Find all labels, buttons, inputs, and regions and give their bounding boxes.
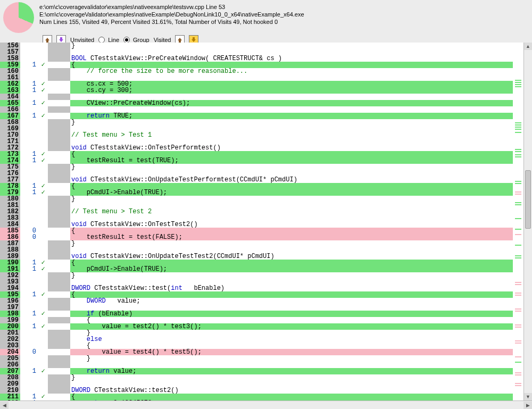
strip-seg bbox=[515, 362, 521, 363]
code-row[interactable]: 1791✓ pCmdUI->Enable(TRUE); bbox=[0, 189, 513, 196]
gutter bbox=[48, 279, 70, 285]
horizontal-scrollbar[interactable]: ◀ ▶ bbox=[0, 400, 532, 409]
visit-count bbox=[20, 374, 38, 381]
gutter bbox=[48, 221, 70, 228]
code-row[interactable]: 1651✓ CView::PreCreateWindow(cs); bbox=[0, 100, 513, 106]
gutter bbox=[48, 349, 70, 355]
check-icon bbox=[38, 234, 48, 240]
check-icon bbox=[38, 228, 48, 234]
visit-count bbox=[20, 355, 38, 362]
code-lines[interactable]: 156}157158BOOL CTeststakView::PreCreateW… bbox=[0, 43, 513, 400]
code-text: } bbox=[70, 196, 513, 202]
gutter bbox=[48, 87, 70, 94]
code-row[interactable]: 1860 testResult = test(FALSE); bbox=[0, 234, 513, 240]
strip-seg bbox=[515, 151, 521, 152]
strip-seg bbox=[515, 229, 521, 230]
gutter bbox=[48, 298, 70, 304]
visit-count bbox=[20, 381, 38, 387]
code-row[interactable]: 2071✓ return value; bbox=[0, 368, 513, 374]
code-text: value = test4() * test5(); bbox=[70, 349, 513, 355]
gutter bbox=[48, 362, 70, 368]
scroll-left-icon[interactable]: ◀ bbox=[0, 402, 9, 409]
strip-seg bbox=[515, 356, 521, 357]
check-icon bbox=[38, 381, 48, 387]
code-row[interactable]: 196 DWORD value; bbox=[0, 298, 513, 304]
code-row[interactable]: 172void CTeststakView::OnTestPerformtest… bbox=[0, 145, 513, 151]
code-row[interactable]: 177void CTeststakView::OnUpdateTestPerfo… bbox=[0, 177, 513, 183]
code-row[interactable]: 160 // force the size to be more reasona… bbox=[0, 68, 513, 74]
gutter bbox=[48, 247, 70, 253]
strip-seg bbox=[515, 383, 521, 384]
gutter bbox=[48, 343, 70, 349]
code-text: DWORD value; bbox=[70, 298, 513, 304]
code-text bbox=[70, 304, 513, 311]
gutter bbox=[48, 196, 70, 202]
check-icon bbox=[38, 336, 48, 343]
check-icon bbox=[38, 164, 48, 170]
strip-seg bbox=[515, 218, 521, 219]
coverage-strip[interactable] bbox=[513, 43, 523, 400]
scroll-right-icon[interactable]: ▶ bbox=[523, 402, 532, 409]
vertical-scrollbar[interactable]: ▲ ▼ bbox=[523, 43, 532, 400]
visit-count bbox=[20, 196, 38, 202]
code-row[interactable]: 170// Test menu > Test 1 bbox=[0, 132, 513, 138]
code-text: } bbox=[70, 355, 513, 362]
check-icon: ✓ bbox=[38, 87, 48, 94]
code-row[interactable]: 210DWORD CTeststakView::test2() bbox=[0, 387, 513, 394]
gutter bbox=[48, 43, 70, 49]
visit-count bbox=[20, 68, 38, 74]
code-row[interactable]: 180} bbox=[0, 196, 513, 202]
gutter bbox=[48, 183, 70, 189]
strip-seg bbox=[515, 282, 521, 283]
code-row[interactable]: 156} bbox=[0, 43, 513, 49]
code-row[interactable]: 175} bbox=[0, 164, 513, 170]
code-row[interactable]: 1631✓ cs.cy = 300; bbox=[0, 87, 513, 94]
check-icon bbox=[38, 298, 48, 304]
code-text: } bbox=[70, 374, 513, 381]
check-icon bbox=[38, 355, 48, 362]
code-row[interactable]: 208} bbox=[0, 374, 513, 381]
strip-seg bbox=[515, 204, 521, 205]
gutter bbox=[48, 387, 70, 394]
code-row[interactable]: 1671✓ return TRUE; bbox=[0, 113, 513, 119]
check-icon bbox=[38, 68, 48, 74]
code-row[interactable]: 187} bbox=[0, 240, 513, 247]
code-row[interactable]: 1741✓ testResult = test(TRUE); bbox=[0, 157, 513, 164]
code-row[interactable]: 184void CTeststakView::OnTestTest2() bbox=[0, 221, 513, 228]
visit-count: 1 bbox=[20, 157, 38, 164]
visit-count bbox=[20, 126, 38, 132]
code-row[interactable]: 1911✓ pCmdUI->Enable(TRUE); bbox=[0, 266, 513, 272]
check-icon bbox=[38, 132, 48, 138]
gutter bbox=[48, 81, 70, 87]
code-row[interactable]: 182// Test menu > Test 2 bbox=[0, 208, 513, 215]
strip-seg bbox=[515, 234, 521, 235]
check-icon: ✓ bbox=[38, 266, 48, 272]
code-row[interactable]: 189void CTeststakView::OnUpdateTestTest2… bbox=[0, 253, 513, 260]
strip-seg bbox=[515, 293, 521, 294]
visit-count bbox=[20, 298, 38, 304]
code-row[interactable]: 168} bbox=[0, 119, 513, 126]
scroll-thumb[interactable] bbox=[525, 170, 531, 229]
check-icon bbox=[38, 138, 48, 145]
check-icon bbox=[38, 49, 48, 55]
coverage-pie-chart bbox=[3, 2, 34, 33]
strip-seg bbox=[515, 284, 521, 285]
code-text: return TRUE; bbox=[70, 113, 513, 119]
code-row[interactable]: 205 } bbox=[0, 355, 513, 362]
code-row[interactable]: 194DWORD CTeststakView::test(int bEnable… bbox=[0, 285, 513, 291]
code-text: } bbox=[70, 240, 513, 247]
visit-count bbox=[20, 272, 38, 279]
code-text: if (bEnable) bbox=[70, 311, 513, 317]
code-text bbox=[70, 74, 513, 81]
strip-seg bbox=[515, 295, 521, 296]
scroll-up-icon[interactable]: ▲ bbox=[524, 43, 532, 50]
gutter bbox=[48, 253, 70, 260]
code-row[interactable]: 158BOOL CTeststakView::PreCreateWindow( … bbox=[0, 55, 513, 62]
gutter bbox=[48, 260, 70, 266]
code-row[interactable]: 192} bbox=[0, 272, 513, 279]
strip-seg bbox=[515, 257, 521, 258]
scroll-down-icon[interactable]: ▼ bbox=[524, 393, 532, 400]
code-text: CView::PreCreateWindow(cs); bbox=[70, 100, 513, 106]
check-icon: ✓ bbox=[38, 368, 48, 374]
code-text: testResult = test(TRUE); bbox=[70, 157, 513, 164]
